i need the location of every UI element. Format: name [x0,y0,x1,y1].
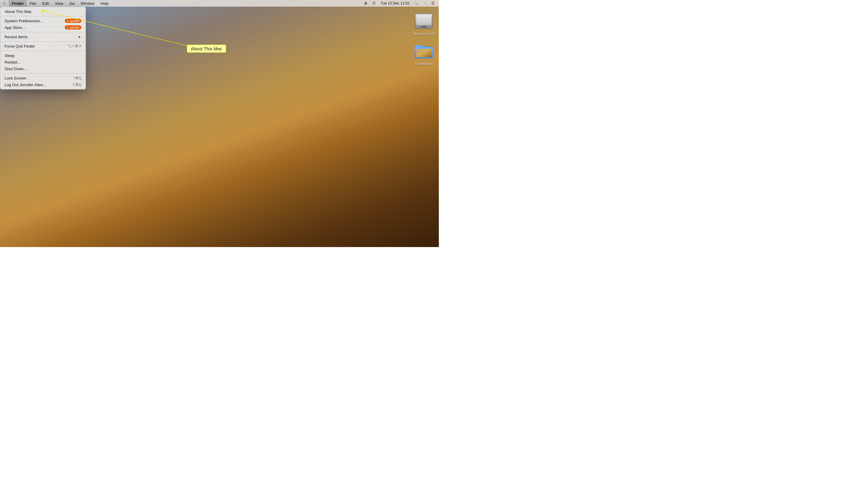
svg-rect-3 [416,15,431,25]
annotation-tooltip: About This Mac [187,45,226,53]
macintosh-hd-icon [414,12,433,31]
menu-item-restart[interactable]: Restart... [0,59,86,65]
menubar-left:  Finder File Edit View Go Window Help [0,0,362,6]
menu-item-logout[interactable]: Log Out Jennifer Allen... ⇧⌘Q [0,81,86,88]
recent-items-arrow: ► [78,35,81,38]
menu-separator-5 [0,73,86,73]
menubar-file[interactable]: File [27,0,39,6]
menubar-window[interactable]: Window [78,0,98,6]
controlcenter-icon[interactable]: ☰ [429,1,437,5]
menu-item-app-store[interactable]: App Store... 1 update [0,24,86,31]
menu-item-system-preferences[interactable]: System Preferences... 1 update [0,17,86,24]
menu-item-lock-screen[interactable]: Lock Screen ^⌘Q [0,75,86,81]
menu-separator-1 [0,16,86,16]
menubar-right: 🖥 ⏱ Tue 15 Dec 11:53 🔍 ··· ☰ [362,1,439,5]
screenshots-icon [414,41,433,61]
menu-item-about-this-mac[interactable]: About This Mac [0,8,86,15]
lock-screen-shortcut: ^⌘Q [73,76,81,80]
siri-icon[interactable]: ··· [422,1,428,5]
apple-menu-trigger[interactable]:  [0,0,9,6]
desktop-icons: Macintosh HD [409,9,439,66]
desktop-icon-screenshots[interactable]: Screenshots [414,41,433,66]
menu-item-sleep[interactable]: Sleep [0,52,86,59]
timemachine-icon[interactable]: ⏱ [370,1,378,5]
menu-separator-2 [0,32,86,32]
macintosh-hd-label: Macintosh HD [413,32,434,36]
menubar-help[interactable]: Help [98,0,112,6]
menubar-go[interactable]: Go [66,0,78,6]
force-quit-shortcut: ⌥⇧⌘↺ [68,44,81,48]
system-prefs-badge: 1 update [65,19,81,23]
menu-separator-4 [0,51,86,51]
spotlight-icon[interactable]: 🔍 [412,1,421,5]
menubar:  Finder File Edit View Go Window Help 🖥… [0,0,439,6]
app-store-badge: 1 update [65,25,81,30]
apple-menu-dropdown: About This Mac System Preferences... 1 u… [0,6,86,89]
screenshots-label: Screenshots [414,62,433,66]
menu-separator-3 [0,41,86,41]
logout-shortcut: ⇧⌘Q [72,83,81,87]
menu-item-recent-items[interactable]: Recent Items ► [0,33,86,40]
svg-rect-6 [415,45,423,48]
desktop-icon-macintosh-hd[interactable]: Macintosh HD [413,12,434,36]
menubar-finder[interactable]: Finder [9,0,27,6]
datetime: Tue 15 Dec 11:53 [379,1,411,5]
display-icon[interactable]: 🖥 [362,1,369,5]
menu-item-shutdown[interactable]: Shut Down... [0,65,86,72]
svg-rect-4 [421,26,427,28]
menu-item-force-quit[interactable]: Force Quit Finder ⌥⇧⌘↺ [0,43,86,49]
menubar-edit[interactable]: Edit [39,0,52,6]
svg-rect-8 [416,49,431,57]
menubar-view[interactable]: View [52,0,66,6]
